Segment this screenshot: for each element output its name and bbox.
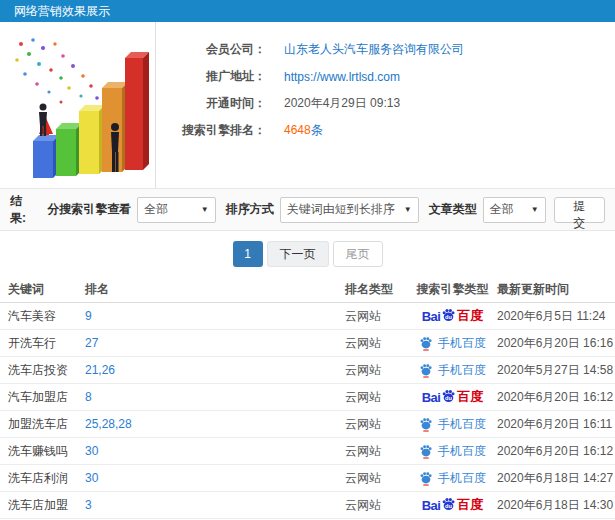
keyword-cell: 加盟洗车店	[0, 416, 85, 433]
header-rank-type: 排名类型	[345, 281, 410, 298]
rank-type-cell: 云网站	[345, 308, 410, 325]
member-info-panel: 会员公司： 山东老人头汽车服务咨询有限公司 推广地址： https://www.…	[155, 22, 615, 188]
company-label: 会员公司：	[156, 41, 266, 58]
baidu-pc-logo: Bai du 百度	[422, 496, 484, 514]
rank-type-cell: 云网站	[345, 443, 410, 460]
chevron-down-icon: ▼	[201, 205, 209, 214]
time-cell: 2020年5月27日 14:58	[495, 362, 615, 379]
header-update-time: 最新更新时间	[495, 281, 615, 298]
baidu-mobile-paw-icon	[419, 444, 433, 459]
table-row: 洗车店加盟 3 云网站 Bai du 百度 2020年6月18日 14:30	[0, 492, 615, 519]
time-cell: 2020年6月20日 16:16	[495, 335, 615, 352]
baidu-mobile-logo: 手机百度	[419, 335, 486, 352]
baidu-mobile-paw-icon	[419, 471, 433, 486]
table-header-row: 关键词 排名 排名类型 搜索引擎类型 最新更新时间	[0, 277, 615, 303]
table-row: 加盟洗车店 25,28,28 云网站 手机百度 2020年6月20日 16:11	[0, 411, 615, 438]
keyword-cell: 汽车美容	[0, 308, 85, 325]
time-cell: 2020年6月18日 14:27	[495, 470, 615, 487]
info-row-open-time: 开通时间： 2020年4月29日 09:13	[156, 90, 615, 117]
header-keyword: 关键词	[0, 281, 85, 298]
time-cell: 2020年6月20日 16:12	[495, 443, 615, 460]
rank-link[interactable]: 21,26	[85, 363, 115, 377]
rank-type-cell: 云网站	[345, 335, 410, 352]
rank-link[interactable]: 27	[85, 336, 98, 350]
company-link[interactable]: 山东老人头汽车服务咨询有限公司	[284, 41, 464, 58]
rank-link[interactable]: 9	[85, 309, 92, 323]
baidu-pc-logo: Bai du 百度	[422, 307, 484, 325]
table-body: 汽车美容 9 云网站 Bai du 百度 2020年6月5日 11:24 开洗车…	[0, 303, 615, 519]
baidu-mobile-label: 手机百度	[438, 470, 486, 487]
baidu-text: 百度	[457, 307, 483, 325]
last-page-button[interactable]: 尾页	[333, 241, 383, 267]
table-row: 开洗车行 27 云网站 手机百度 2020年6月20日 16:16	[0, 330, 615, 357]
rank-cell: 30	[85, 444, 345, 458]
rank-link[interactable]: 30	[85, 444, 98, 458]
baidu-bai-text: Bai	[422, 309, 441, 324]
engine-cell: Bai du 百度	[410, 496, 495, 514]
keyword-cell: 洗车赚钱吗	[0, 443, 85, 460]
keyword-cell: 洗车店加盟	[0, 497, 85, 514]
engine-select[interactable]: 全部 ▼	[137, 197, 215, 223]
baidu-pc-logo: Bai du 百度	[422, 388, 484, 406]
baidu-bai-text: Bai	[422, 390, 441, 405]
time-cell: 2020年6月18日 14:30	[495, 497, 615, 514]
table-row: 洗车店投资 21,26 云网站 手机百度 2020年5月27日 14:58	[0, 357, 615, 384]
page-title: 网络营销效果展示	[14, 4, 110, 18]
sort-filter-label: 排序方式	[226, 201, 274, 218]
page-header: 网络营销效果展示	[0, 0, 615, 22]
rank-cell: 3	[85, 498, 345, 512]
svg-text:du: du	[445, 502, 452, 508]
bar-chart-illustration	[0, 22, 155, 188]
promo-url-link[interactable]: https://www.lrtlsd.com	[284, 70, 400, 84]
engine-cell: 手机百度	[410, 335, 495, 352]
rank-type-cell: 云网站	[345, 470, 410, 487]
rank-cell: 30	[85, 471, 345, 485]
article-type-select-value: 全部	[490, 201, 514, 218]
baidu-bai-text: Bai	[422, 498, 441, 513]
header-rank: 排名	[85, 281, 345, 298]
keyword-cell: 洗车店利润	[0, 470, 85, 487]
article-type-label: 文章类型	[429, 201, 477, 218]
engine-filter-label: 分搜索引擎查看	[47, 201, 131, 218]
rank-type-cell: 云网站	[345, 362, 410, 379]
rank-link[interactable]: 30	[85, 471, 98, 485]
baidu-mobile-logo: 手机百度	[419, 416, 486, 433]
sort-select[interactable]: 关键词由短到长排序 ▼	[280, 197, 419, 223]
table-row: 汽车美容 9 云网站 Bai du 百度 2020年6月5日 11:24	[0, 303, 615, 330]
rank-link[interactable]: 25,28,28	[85, 417, 132, 431]
engine-rank-label: 搜索引擎排名：	[156, 122, 266, 139]
open-time-label: 开通时间：	[156, 95, 266, 112]
article-type-select[interactable]: 全部 ▼	[483, 197, 546, 223]
rank-link[interactable]: 3	[85, 498, 92, 512]
baidu-paw-icon: du	[441, 307, 456, 322]
engine-cell: Bai du 百度	[410, 388, 495, 406]
engine-rank-value: 4648条	[284, 122, 323, 139]
baidu-mobile-paw-icon	[419, 336, 433, 351]
baidu-paw-icon: du	[441, 496, 456, 511]
svg-text:du: du	[445, 394, 452, 400]
time-cell: 2020年6月5日 11:24	[495, 308, 615, 325]
bar-chart-illustration-svg	[3, 26, 153, 186]
baidu-mobile-label: 手机百度	[438, 362, 486, 379]
rank-link[interactable]: 8	[85, 390, 92, 404]
table-row: 洗车赚钱吗 30 云网站 手机百度 2020年6月20日 16:12	[0, 438, 615, 465]
engine-select-value: 全部	[144, 201, 168, 218]
keyword-cell: 洗车店投资	[0, 362, 85, 379]
keyword-cell: 汽车加盟店	[0, 389, 85, 406]
info-row-url: 推广地址： https://www.lrtlsd.com	[156, 63, 615, 90]
baidu-mobile-logo: 手机百度	[419, 362, 486, 379]
pagination: 1 下一页 尾页	[0, 231, 615, 277]
info-section: 会员公司： 山东老人头汽车服务咨询有限公司 推广地址： https://www.…	[0, 22, 615, 188]
promo-url-label: 推广地址：	[156, 68, 266, 85]
engine-cell: 手机百度	[410, 470, 495, 487]
header-engine-type: 搜索引擎类型	[410, 281, 495, 298]
submit-button[interactable]: 提交	[554, 197, 605, 223]
time-cell: 2020年6月20日 16:11	[495, 416, 615, 433]
info-row-company: 会员公司： 山东老人头汽车服务咨询有限公司	[156, 36, 615, 63]
next-page-button[interactable]: 下一页	[267, 241, 329, 267]
rank-cell: 21,26	[85, 363, 345, 377]
table-row: 洗车店利润 30 云网站 手机百度 2020年6月18日 14:27	[0, 465, 615, 492]
open-time-value: 2020年4月29日 09:13	[284, 95, 400, 112]
baidu-text: 百度	[457, 388, 483, 406]
page-1-button[interactable]: 1	[233, 241, 263, 267]
